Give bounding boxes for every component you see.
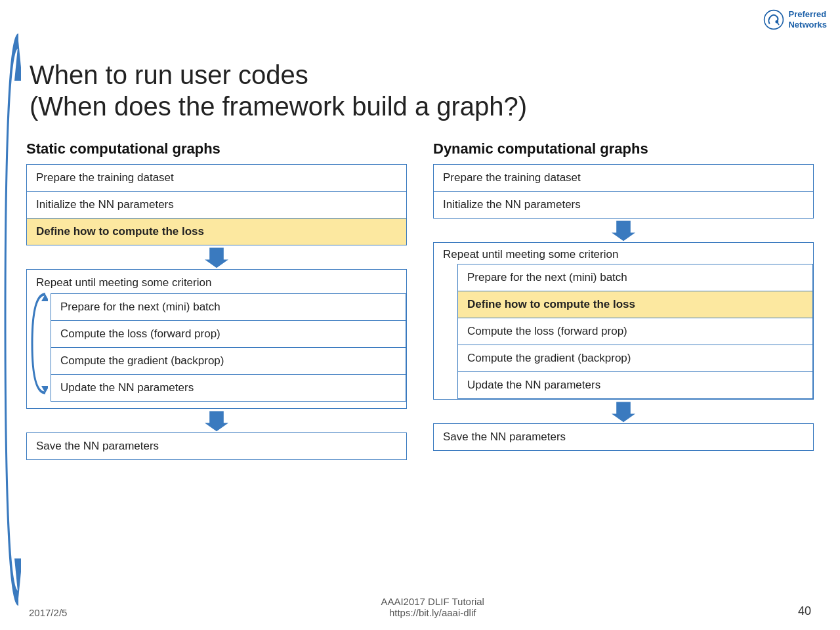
down-arrow-icon-3: [612, 219, 635, 242]
static-repeat-inner: Prepare for the next (mini) batch Comput…: [51, 293, 406, 402]
dynamic-curved-arrow-icon: [3, 21, 21, 618]
dynamic-last-step: Save the NN parameters: [433, 423, 814, 451]
static-curved-arrow-icon: [30, 291, 48, 396]
down-arrow-icon-4: [612, 400, 635, 423]
preferred-networks-icon: [763, 9, 784, 30]
page-title: When to run user codes (When does the fr…: [26, 59, 814, 122]
dynamic-repeat-block: Repeat until meeting some criterion Prep…: [433, 242, 814, 400]
static-last-step: Save the NN parameters: [26, 432, 407, 460]
svg-marker-5: [205, 411, 228, 432]
static-r1: Prepare for the next (mini) batch: [51, 293, 406, 321]
static-arrow-down-2: [26, 409, 407, 432]
svg-marker-6: [612, 221, 635, 242]
dynamic-r3: Compute the loss (forward prop): [457, 318, 813, 345]
dynamic-step1: Prepare the training dataset: [433, 164, 814, 192]
footer: 2017/2/5 AAAI2017 DLIF Tutorial https://…: [0, 596, 840, 618]
down-arrow-icon: [205, 245, 228, 269]
svg-marker-9: [612, 402, 635, 423]
dynamic-r2-highlighted: Define how to compute the loss: [457, 291, 813, 318]
static-column: Static computational graphs Prepare the …: [26, 140, 407, 460]
dynamic-r5: Update the NN parameters: [457, 372, 813, 399]
footer-tutorial: AAAI2017 DLIF Tutorial: [381, 596, 484, 607]
footer-page-number: 40: [798, 604, 811, 618]
static-arrow-down: [26, 245, 407, 269]
dynamic-arrow-down: [433, 219, 814, 242]
static-repeat-label: Repeat until meeting some criterion: [27, 276, 406, 293]
dynamic-repeat-label: Repeat until meeting some criterion: [434, 243, 813, 264]
main-content: Static computational graphs Prepare the …: [26, 140, 814, 460]
dynamic-r1: Prepare for the next (mini) batch: [457, 264, 813, 291]
static-repeat-block: Repeat until meeting some criterion Prep…: [26, 269, 407, 409]
footer-left: 2017/2/5: [29, 607, 67, 618]
static-step2: Initialize the NN parameters: [26, 192, 407, 219]
static-r4: Update the NN parameters: [51, 375, 406, 402]
dynamic-repeat-inner: Prepare for the next (mini) batch Define…: [457, 264, 813, 399]
down-arrow-icon-2: [205, 409, 228, 432]
dynamic-column: Dynamic computational graphs Prepare the…: [433, 140, 814, 451]
static-r2: Compute the loss (forward prop): [51, 321, 406, 348]
svg-marker-2: [205, 248, 228, 268]
svg-point-0: [765, 10, 784, 30]
dynamic-r4: Compute the gradient (backprop): [457, 345, 813, 372]
static-step1: Prepare the training dataset: [26, 164, 407, 192]
static-heading: Static computational graphs: [26, 140, 407, 158]
static-step3-highlighted: Define how to compute the loss: [26, 219, 407, 245]
dynamic-arrow-down-2: [433, 400, 814, 423]
footer-center: AAAI2017 DLIF Tutorial https://bit.ly/aa…: [381, 596, 484, 618]
logo-line1: Preferred: [788, 9, 827, 20]
footer-url: https://bit.ly/aaai-dlif: [381, 607, 484, 618]
logo-line2: Networks: [788, 20, 827, 30]
dynamic-heading: Dynamic computational graphs: [433, 140, 814, 158]
static-r3: Compute the gradient (backprop): [51, 348, 406, 375]
logo: Preferred Networks: [763, 9, 827, 30]
dynamic-step2: Initialize the NN parameters: [433, 192, 814, 219]
